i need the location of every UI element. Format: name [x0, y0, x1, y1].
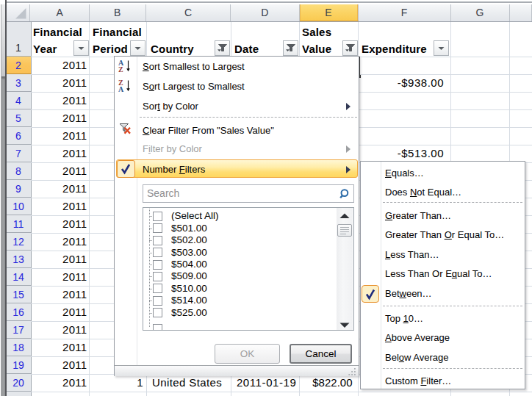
svg-text:Z: Z [118, 65, 123, 73]
svg-text:A: A [118, 85, 124, 93]
